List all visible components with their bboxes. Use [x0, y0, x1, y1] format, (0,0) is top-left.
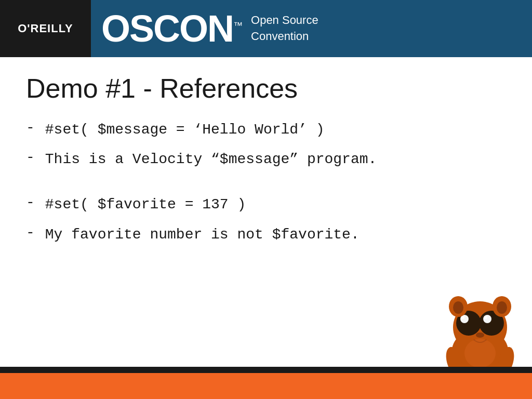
svg-point-5 — [461, 316, 464, 319]
bullet-dash-1: - — [26, 119, 35, 136]
slide-title: Demo #1 - References — [26, 73, 506, 104]
oscon-title: OSCON™ — [101, 8, 242, 49]
mascot — [433, 286, 527, 374]
bullet-dash-2: - — [26, 149, 35, 165]
bottom-bar — [0, 373, 532, 399]
bottom-black-bar — [0, 367, 532, 373]
svg-point-8 — [476, 332, 484, 338]
bullet-list: - #set( $message = ‘Hello World’ ) - Thi… — [26, 119, 506, 245]
list-item: - #set( $message = ‘Hello World’ ) — [26, 119, 506, 140]
header: O'REILLY OSCON™ Open Source Convention — [0, 0, 532, 57]
bullet-text-4: My favorite number is not $favorite. — [45, 224, 360, 245]
bullet-text-1: #set( $message = ‘Hello World’ ) — [45, 119, 325, 140]
bullet-text-3: #set( $favorite = 137 ) — [45, 194, 246, 215]
bullet-dash-3: - — [26, 194, 35, 210]
bullet-dash-4: - — [26, 224, 35, 241]
spacer — [26, 179, 506, 194]
svg-point-11 — [453, 301, 463, 314]
mascot-svg — [433, 286, 527, 374]
oscon-subtitle: Open Source Convention — [251, 12, 318, 45]
list-item: - My favorite number is not $favorite. — [26, 224, 506, 245]
oreilly-text: O'REILLY — [18, 22, 73, 35]
svg-point-6 — [483, 315, 491, 323]
svg-point-12 — [497, 301, 507, 314]
main-content: Demo #1 - References - #set( $message = … — [0, 57, 532, 245]
bullet-text-2: This is a Velocity “$message” program. — [45, 149, 377, 169]
oreilly-logo: O'REILLY — [0, 0, 91, 57]
list-item: - This is a Velocity “$message” program. — [26, 149, 506, 169]
list-item: - #set( $favorite = 137 ) — [26, 194, 506, 215]
oscon-title-wrapper: OSCON™ — [101, 10, 242, 47]
svg-point-7 — [484, 316, 487, 319]
oscon-brand: OSCON™ Open Source Convention — [91, 10, 318, 47]
svg-point-15 — [464, 339, 496, 368]
